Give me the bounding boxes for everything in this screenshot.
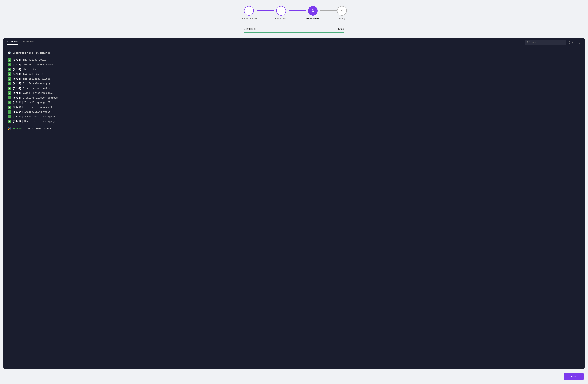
step-label-cluster-details: Cluster details bbox=[273, 17, 289, 20]
copy-button[interactable] bbox=[576, 40, 581, 45]
step-circle-cluster-details bbox=[276, 6, 286, 16]
page-container: Authentication Cluster details 3 Provisi… bbox=[0, 0, 588, 384]
estimated-time-line: 🕐 Estimated time: 15 minutes bbox=[8, 51, 580, 55]
log-line: [10/14] Installing Argo CD bbox=[8, 100, 580, 105]
check-icon bbox=[8, 115, 11, 118]
log-text: [7/14] Gitops repos pushed bbox=[13, 86, 50, 90]
log-text: [3/14] Kbot setup bbox=[13, 67, 37, 71]
check-icon bbox=[8, 110, 11, 114]
stepper: Authentication Cluster details 3 Provisi… bbox=[241, 6, 347, 20]
step-provisioning: 3 Provisioning bbox=[306, 6, 320, 20]
log-line: [14/14] Users Terraform apply bbox=[8, 119, 580, 124]
progress-header: Completed! 100% bbox=[244, 27, 344, 30]
estimated-time-text: Estimated time: 15 minutes bbox=[13, 51, 50, 55]
log-line: [12/14] Initializing Vault bbox=[8, 110, 580, 114]
step-label-provisioning: Provisioning bbox=[306, 17, 320, 20]
log-text: [2/14] Domain liveness check bbox=[13, 63, 53, 67]
progress-bar-track bbox=[244, 32, 344, 33]
terminal-section: CONCISE VERBOSE ? bbox=[3, 38, 585, 369]
success-line: 🎉 Success Cluster Provisioned bbox=[8, 127, 580, 131]
connector-2 bbox=[289, 10, 306, 11]
connector-3 bbox=[320, 10, 337, 11]
search-icon bbox=[527, 41, 530, 44]
progress-section: Completed! 100% bbox=[0, 25, 588, 38]
log-line: [3/14] Kbot setup bbox=[8, 67, 580, 71]
next-button[interactable]: Next bbox=[564, 373, 584, 380]
footer-section: Next bbox=[0, 369, 588, 384]
stepper-section: Authentication Cluster details 3 Provisi… bbox=[0, 0, 588, 25]
check-icon bbox=[8, 68, 11, 71]
progress-label: Completed! bbox=[244, 27, 257, 30]
terminal-content: 🕐 Estimated time: 15 minutes [1/14] Inst… bbox=[3, 47, 585, 135]
log-line: [9/14] Creating cluster secrets bbox=[8, 96, 580, 100]
log-line: [7/14] Gitops repos pushed bbox=[8, 86, 580, 90]
success-message: Cluster Provisioned bbox=[25, 127, 52, 131]
search-input[interactable] bbox=[531, 41, 564, 44]
log-text: [10/14] Installing Argo CD bbox=[13, 100, 50, 105]
check-icon bbox=[8, 63, 11, 66]
check-icon bbox=[8, 58, 11, 62]
check-icon bbox=[8, 91, 11, 95]
terminal-tabs: CONCISE VERBOSE bbox=[7, 41, 34, 44]
log-text: [5/14] Initializing gitops bbox=[13, 77, 50, 81]
check-icon bbox=[8, 120, 11, 123]
log-text: [12/14] Initializing Vault bbox=[13, 110, 50, 114]
log-text: [8/14] Cloud Terraform apply bbox=[13, 91, 53, 95]
svg-line-1 bbox=[529, 43, 530, 43]
check-icon bbox=[8, 106, 11, 109]
success-keyword: Success bbox=[13, 127, 23, 131]
log-text: [4/14] Initializing Git bbox=[13, 72, 46, 76]
log-line: [2/14] Domain liveness check bbox=[8, 63, 580, 67]
terminal-actions: ? bbox=[525, 40, 581, 45]
log-lines-container: [1/14] Installing tools [2/14] Domain li… bbox=[8, 58, 580, 124]
search-box bbox=[525, 40, 566, 45]
help-button[interactable]: ? bbox=[568, 40, 573, 45]
step-cluster-details: Cluster details bbox=[273, 6, 289, 20]
check-icon bbox=[8, 96, 11, 99]
log-text: [14/14] Users Terraform apply bbox=[13, 119, 55, 124]
progress-percent: 100% bbox=[337, 27, 344, 30]
log-line: [1/14] Installing tools bbox=[8, 58, 580, 62]
log-line: [5/14] Initializing gitops bbox=[8, 77, 580, 81]
log-line: [13/14] Vault Terraform apply bbox=[8, 114, 580, 119]
tab-concise[interactable]: CONCISE bbox=[7, 41, 18, 44]
connector-1 bbox=[257, 10, 273, 11]
step-label-ready: Ready bbox=[338, 17, 345, 20]
tab-verbose[interactable]: VERBOSE bbox=[22, 41, 34, 44]
step-ready: 4 Ready bbox=[337, 6, 347, 20]
log-text: [13/14] Vault Terraform apply bbox=[13, 114, 55, 119]
svg-text:?: ? bbox=[570, 41, 571, 44]
svg-rect-5 bbox=[577, 42, 579, 44]
check-icon bbox=[8, 82, 11, 85]
log-text: [9/14] Creating cluster secrets bbox=[13, 96, 58, 100]
progress-bar-fill bbox=[244, 32, 344, 33]
clock-emoji: 🕐 bbox=[8, 51, 11, 55]
check-icon bbox=[8, 101, 11, 104]
step-circle-authentication bbox=[244, 6, 254, 16]
log-text: [1/14] Installing tools bbox=[13, 58, 46, 62]
log-text: [11/14] Initializing Argo CD bbox=[13, 105, 53, 109]
check-icon bbox=[8, 72, 11, 76]
step-circle-provisioning: 3 bbox=[308, 6, 318, 16]
party-emoji: 🎉 bbox=[8, 127, 11, 131]
step-label-authentication: Authentication bbox=[241, 17, 257, 20]
check-icon bbox=[8, 77, 11, 81]
step-circle-ready: 4 bbox=[337, 6, 347, 16]
log-line: [11/14] Initializing Argo CD bbox=[8, 105, 580, 109]
check-icon bbox=[8, 86, 11, 90]
log-line: [8/14] Cloud Terraform apply bbox=[8, 91, 580, 95]
terminal-toolbar: CONCISE VERBOSE ? bbox=[3, 38, 585, 47]
log-line: [6/14] Git Terraform apply bbox=[8, 81, 580, 86]
log-line: [4/14] Initializing Git bbox=[8, 72, 580, 76]
step-authentication: Authentication bbox=[241, 6, 257, 20]
log-text: [6/14] Git Terraform apply bbox=[13, 81, 50, 86]
